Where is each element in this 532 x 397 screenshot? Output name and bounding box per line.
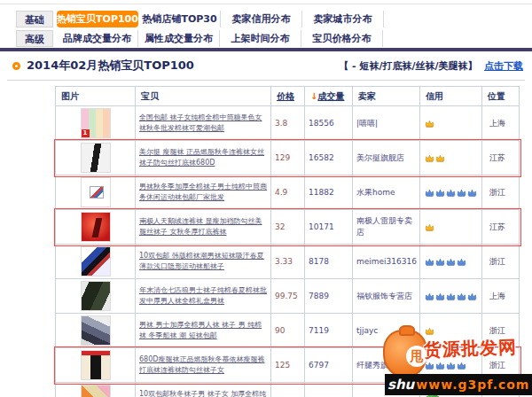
credit-cell	[420, 106, 482, 141]
tab-热销店铺TOP30[interactable]: 热销店铺TOP30	[139, 11, 221, 27]
credit-crown-icon	[435, 154, 445, 162]
credit-cell	[420, 279, 482, 314]
col-header-seller: 卖家	[353, 87, 420, 106]
col-header-credit: 信用	[420, 87, 482, 106]
col-header-location: 位置	[482, 87, 520, 106]
item-volume: 7889	[305, 279, 353, 314]
seller-link[interactable]: 纤腿秀旗舰店	[353, 348, 420, 383]
table-header-row: 图片 宝贝 价格 ↓成交量 卖家 信用 位置	[56, 87, 520, 106]
tab-属性成交量分布[interactable]: 属性成交量分布	[138, 30, 220, 47]
item-thumbnail[interactable]	[81, 385, 111, 397]
tab-宝贝价格分布[interactable]: 宝贝价格分布	[301, 30, 383, 47]
item-thumbnail[interactable]	[81, 350, 111, 380]
seller-link[interactable]: 福钦服饰专营店	[353, 279, 420, 314]
seller-link[interactable]: tjjayc	[353, 314, 420, 348]
title-row: 2014年02月热销宝贝TOP100 【 - 短袜/打底袜/丝袜/美腿袜】 点击…	[12, 57, 523, 74]
item-title-link[interactable]: 680D瘦腿袜正品燃脂秋冬慕依林瘦腿裤打底袜连裤袜防勾丝袜子女	[139, 354, 267, 376]
item-price: 4.9	[271, 175, 305, 210]
nav-filler	[384, 11, 521, 27]
rank-badge: 1	[82, 129, 90, 137]
item-title-link[interactable]: 10双包邮秋冬袜子男 袜子女 加厚全棉纯棉男袜船袜运动袜包邮	[139, 389, 267, 397]
credit-crown-icon	[425, 189, 434, 197]
title-divider	[7, 80, 525, 81]
top-divider	[0, 4, 532, 4]
credit-crown-icon	[467, 189, 477, 197]
seller-link[interactable]: |嘻嘻|	[353, 106, 420, 141]
credit-crown-icon	[425, 292, 434, 300]
nav-tabs-panel: 基础热销宝贝TOP100热销店铺TOP30卖家信用分布卖家城市分布高级品牌成交量…	[16, 9, 521, 48]
tab-品牌成交量分布[interactable]: 品牌成交量分布	[57, 30, 138, 47]
tab-上架时间分布[interactable]: 上架时间分布	[220, 30, 301, 47]
item-volume	[305, 383, 353, 397]
item-volume: 16582	[305, 141, 353, 175]
credit-crown-icon	[467, 292, 477, 300]
table-row: 男袜秋冬季加厚全棉袜子男士纯棉中筒商务休闲运动袜包邮厂家批发4.911882水果…	[56, 175, 520, 210]
seller-link[interactable]: 水果home	[353, 175, 420, 210]
seller-location: 浙江	[482, 245, 520, 279]
credit-crown-icon	[457, 189, 466, 197]
seller-link[interactable]	[353, 383, 420, 397]
item-price: 3.33	[271, 245, 305, 279]
credit-crown-icon	[457, 292, 466, 300]
credit-crown-icon	[435, 258, 445, 266]
nav-separator-bar	[0, 48, 532, 51]
item-price: 125	[271, 348, 305, 383]
seller-link[interactable]: 美尔挺旗舰店	[353, 141, 420, 175]
credit-cell	[420, 210, 482, 245]
item-title-link[interactable]: 南极人天鹅绒连裤袜 显瘦加裆防勾丝美腿丝袜子 女秋冬厚打底裤袜	[139, 216, 267, 237]
credit-crown-icon	[425, 258, 434, 266]
table-row: 1全国包邮 袜子女纯棉全棉中筒糖果色女袜秋冬批发棉袜可爱潮包邮3.818556|…	[56, 106, 520, 141]
item-price	[271, 383, 305, 397]
item-title-link[interactable]: 年末清仓七匹狼男士袜子纯棉春夏棉袜批发中厚男人袜全棉礼盒男袜	[139, 285, 267, 307]
item-thumbnail[interactable]	[81, 281, 111, 311]
item-price: 32	[271, 210, 305, 245]
credit-crown-icon	[425, 362, 434, 370]
download-link[interactable]: 点击下载	[484, 60, 523, 72]
seller-location: 上海	[482, 279, 520, 314]
page: 基础热销宝贝TOP100热销店铺TOP30卖家信用分布卖家城市分布高级品牌成交量…	[0, 0, 532, 397]
item-thumbnail[interactable]	[81, 177, 111, 207]
credit-crown-icon	[446, 292, 456, 300]
item-title-link[interactable]: 10双包邮 韩版棉袜潮男袜短袜吸汗春夏薄款浅口隐形运动袜船袜子	[139, 251, 267, 272]
item-thumbnail[interactable]	[81, 246, 111, 276]
seller-link[interactable]: 南极人雷朋专卖店	[353, 210, 420, 245]
item-title-link[interactable]: 美尔挺 瘦腿袜 正品燃脂秋冬连裤袜女丝袜子防勾丝打底袜680D	[139, 147, 267, 168]
seller-link[interactable]: meimei316316	[353, 245, 420, 279]
credit-crown-icon	[435, 362, 445, 370]
col-header-volume[interactable]: ↓成交量	[305, 87, 353, 106]
credit-cell	[420, 348, 482, 383]
table-row: 南极人天鹅绒连裤袜 显瘦加裆防勾丝美腿丝袜子 女秋冬厚打底裤袜3210171南极…	[56, 210, 520, 245]
tab-卖家城市分布[interactable]: 卖家城市分布	[302, 11, 384, 27]
tab-热销宝贝TOP100[interactable]: 热销宝贝TOP100	[57, 11, 138, 27]
item-title-link[interactable]: 男袜秋冬季加厚全棉袜子男士纯棉中筒商务休闲运动袜包邮厂家批发	[139, 182, 267, 203]
col-header-price[interactable]: 价格	[271, 87, 305, 106]
item-price: 99.75	[271, 279, 305, 314]
seller-location: 浙江	[482, 175, 520, 210]
item-price: 3.8	[271, 106, 305, 141]
item-volume: 10171	[305, 210, 353, 245]
item-volume: 6797	[305, 348, 353, 383]
bullet-icon	[12, 62, 20, 70]
item-title-link[interactable]: 全国包邮 袜子女纯棉全棉中筒糖果色女袜秋冬批发棉袜可爱潮包邮	[139, 113, 267, 134]
nav-group-label: 高级	[16, 30, 53, 47]
credit-crown-icon	[425, 223, 434, 231]
item-thumbnail[interactable]	[81, 143, 111, 173]
item-thumbnail[interactable]	[81, 212, 111, 242]
nav-filler	[383, 30, 521, 47]
top100-table: 图片 宝贝 价格 ↓成交量 卖家 信用 位置 1全国包邮 袜子女纯棉全棉中筒糖果…	[55, 86, 520, 397]
seller-location: 江苏	[482, 210, 520, 245]
item-price: 129	[271, 141, 305, 175]
credit-crown-icon	[457, 362, 466, 370]
page-title: 2014年02月热销宝贝TOP100	[27, 58, 194, 74]
credit-crown-icon	[446, 362, 456, 370]
credit-crown-icon	[446, 258, 456, 266]
item-title-link[interactable]: 男袜 男士加厚全棉男人袜 袜子 男 纯棉袜 冬季船袜 潮 短袜包邮	[139, 320, 267, 341]
table-row: 10双包邮 韩版棉袜潮男袜短袜吸汗春夏薄款浅口隐形运动袜船袜子3.338178m…	[56, 245, 520, 279]
tab-卖家信用分布[interactable]: 卖家信用分布	[221, 11, 302, 27]
credit-crown-icon	[425, 327, 434, 335]
guarantee-badge-icon	[425, 394, 441, 397]
table-row: 680D瘦腿袜正品燃脂秋冬慕依林瘦腿裤打底袜连裤袜防勾丝袜子女1256797纤腿…	[56, 348, 520, 383]
item-thumbnail[interactable]: 1	[81, 108, 111, 138]
table-row: 年末清仓七匹狼男士袜子纯棉春夏棉袜批发中厚男人袜全棉礼盒男袜99.757889福…	[56, 279, 520, 314]
item-thumbnail[interactable]	[81, 315, 111, 346]
